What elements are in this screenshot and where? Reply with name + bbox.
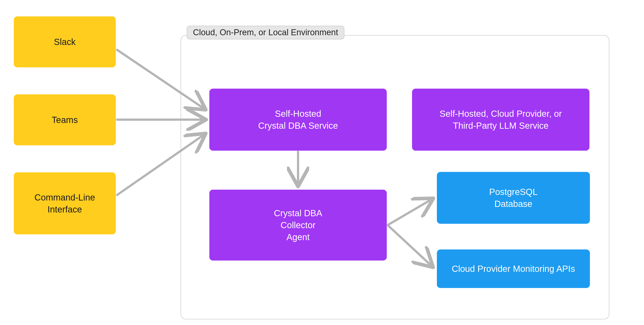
service-collector-label: Crystal DBA Collector Agent bbox=[274, 207, 322, 243]
environment-label: Cloud, On-Prem, or Local Environment bbox=[187, 26, 344, 39]
client-teams: Teams bbox=[14, 94, 116, 145]
client-cli-line2: Interface bbox=[48, 205, 82, 214]
architecture-diagram: Cloud, On-Prem, or Local Environment Sla… bbox=[0, 0, 644, 325]
service-llm: Self-Hosted, Cloud Provider, or Third-Pa… bbox=[412, 89, 590, 151]
client-cli-label: Command-Line Interface bbox=[34, 191, 95, 215]
data-monitoring-label: Cloud Provider Monitoring APIs bbox=[452, 263, 575, 275]
service-collector: Crystal DBA Collector Agent bbox=[209, 190, 387, 261]
service-collector-line1: Crystal DBA bbox=[274, 208, 322, 218]
service-dba-label: Self-Hosted Crystal DBA Service bbox=[258, 108, 338, 132]
data-postgres-line2: Database bbox=[494, 199, 532, 209]
data-postgres-label: PostgreSQL Database bbox=[489, 186, 538, 210]
service-dba-line2: Crystal DBA Service bbox=[258, 121, 338, 130]
client-cli: Command-Line Interface bbox=[14, 172, 116, 234]
service-collector-line2: Collector bbox=[280, 220, 316, 230]
service-llm-label: Self-Hosted, Cloud Provider, or Third-Pa… bbox=[440, 108, 562, 132]
client-slack-label: Slack bbox=[54, 36, 76, 48]
service-dba: Self-Hosted Crystal DBA Service bbox=[209, 89, 387, 151]
environment-label-text: Cloud, On-Prem, or Local Environment bbox=[193, 28, 338, 37]
service-collector-line3: Agent bbox=[286, 232, 310, 242]
data-postgres-line1: PostgreSQL bbox=[489, 187, 538, 197]
client-teams-label: Teams bbox=[52, 114, 78, 126]
client-cli-line1: Command-Line bbox=[34, 193, 95, 202]
service-llm-line2: Third-Party LLM Service bbox=[453, 121, 548, 130]
client-slack: Slack bbox=[14, 16, 116, 67]
data-monitoring: Cloud Provider Monitoring APIs bbox=[437, 250, 590, 288]
service-llm-line1: Self-Hosted, Cloud Provider, or bbox=[440, 109, 562, 118]
data-postgres: PostgreSQL Database bbox=[437, 172, 590, 224]
service-dba-line1: Self-Hosted bbox=[275, 109, 321, 118]
